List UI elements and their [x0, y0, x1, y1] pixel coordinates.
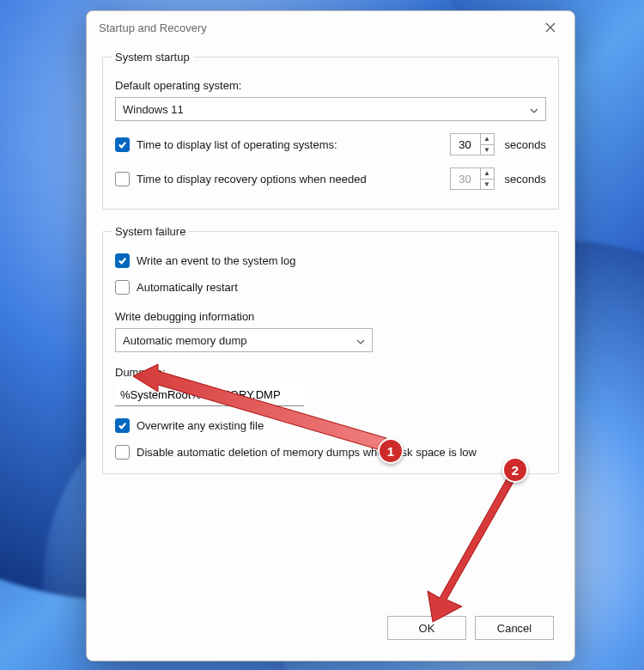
check-icon [118, 421, 127, 430]
write-event-checkbox[interactable] [115, 253, 130, 268]
check-icon [118, 140, 127, 149]
dump-type-value: Automatic memory dump [123, 334, 247, 347]
time-os-list-value[interactable] [451, 134, 480, 155]
spinner-down-icon[interactable]: ▼ [481, 180, 494, 190]
seconds-suffix: seconds [505, 173, 546, 186]
overwrite-checkbox[interactable] [115, 418, 130, 433]
titlebar: Startup and Recovery [87, 11, 574, 44]
annotation-badge-1: 1 [378, 438, 404, 464]
close-button[interactable] [538, 15, 562, 40]
system-failure-legend: System failure [112, 225, 189, 238]
system-failure-group: System failure Write an event to the sys… [102, 225, 559, 474]
time-os-list-checkbox[interactable] [115, 137, 130, 152]
check-icon [118, 256, 127, 265]
seconds-suffix: seconds [505, 138, 546, 151]
cancel-button[interactable]: Cancel [475, 616, 554, 640]
dialog-content: System startup Default operating system:… [87, 44, 574, 611]
default-os-value: Windows 11 [123, 103, 184, 116]
write-event-label: Write an event to the system log [137, 254, 295, 267]
write-debug-label: Write debugging information [115, 310, 546, 323]
time-recovery-checkbox[interactable] [115, 172, 130, 186]
auto-restart-label: Automatically restart [137, 281, 238, 294]
ok-button[interactable]: OK [387, 616, 466, 640]
dump-file-input[interactable] [115, 384, 304, 406]
time-recovery-spinner[interactable]: ▲▼ [450, 168, 495, 190]
chevron-down-icon [530, 103, 538, 116]
auto-restart-checkbox[interactable] [115, 280, 130, 295]
default-os-label: Default operating system: [115, 79, 546, 92]
default-os-select[interactable]: Windows 11 [115, 97, 546, 121]
dialog-title: Startup and Recovery [99, 21, 207, 34]
spinner-up-icon[interactable]: ▲ [481, 168, 494, 180]
startup-recovery-dialog: Startup and Recovery System startup Defa… [86, 10, 575, 661]
disable-delete-label: Disable automatic deletion of memory dum… [137, 446, 546, 459]
time-os-list-spinner[interactable]: ▲▼ [450, 133, 495, 155]
time-recovery-label: Time to display recovery options when ne… [137, 173, 443, 186]
time-recovery-value[interactable] [451, 168, 480, 189]
spinner-up-icon[interactable]: ▲ [481, 134, 494, 145]
time-os-list-label: Time to display list of operating system… [137, 138, 443, 151]
close-icon [545, 22, 556, 33]
spinner-down-icon[interactable]: ▼ [481, 145, 494, 155]
disable-delete-checkbox[interactable] [115, 445, 130, 460]
annotation-badge-2: 2 [502, 457, 528, 483]
dialog-footer: OK Cancel [87, 611, 574, 661]
overwrite-label: Overwrite any existing file [137, 419, 264, 432]
dump-type-select[interactable]: Automatic memory dump [115, 328, 373, 352]
system-startup-legend: System startup [112, 51, 193, 64]
dump-file-label: Dump file: [115, 366, 546, 379]
chevron-down-icon [356, 334, 365, 347]
system-startup-group: System startup Default operating system:… [102, 51, 559, 210]
